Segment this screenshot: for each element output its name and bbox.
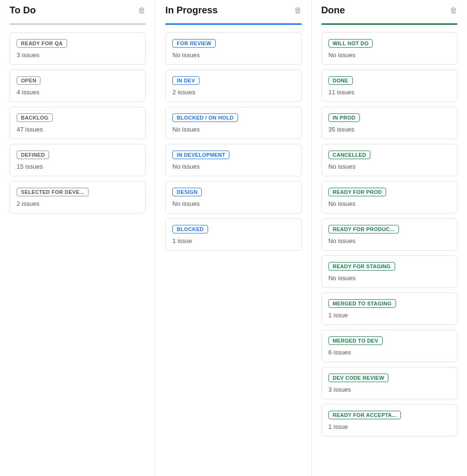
issue-count: 1 issue bbox=[328, 423, 450, 430]
status-card[interactable]: MERGED TO DEV6 issues bbox=[321, 330, 457, 362]
status-badge: WILL NOT DO bbox=[328, 39, 373, 48]
issue-count: No issues bbox=[328, 163, 450, 170]
status-badge: BLOCKED / ON HOLD bbox=[172, 113, 238, 122]
status-card[interactable]: FOR REVIEWNo issues bbox=[165, 32, 301, 65]
issue-count: No issues bbox=[172, 163, 294, 170]
status-badge: DESIGN bbox=[172, 188, 202, 196]
issue-count: 4 issues bbox=[17, 89, 139, 96]
status-card[interactable]: WILL NOT DONo issues bbox=[321, 32, 457, 65]
issue-count: 2 issues bbox=[172, 89, 294, 96]
issue-count: 3 issues bbox=[328, 386, 450, 393]
status-card[interactable]: BLOCKED1 issue bbox=[165, 218, 301, 251]
status-card[interactable]: IN DEV2 issues bbox=[165, 70, 301, 102]
status-badge: CANCELLED bbox=[328, 151, 371, 159]
delete-column-icon[interactable]: 🗑 bbox=[294, 6, 302, 15]
status-card[interactable]: READY FOR PRODNo issues bbox=[321, 181, 457, 213]
status-badge: FOR REVIEW bbox=[172, 39, 216, 48]
status-badge: READY FOR PROD bbox=[328, 188, 387, 196]
status-card[interactable]: READY FOR QA3 issues bbox=[10, 32, 146, 65]
column-todo: To Do🗑READY FOR QA3 issuesOPEN4 issuesBA… bbox=[0, 0, 156, 476]
status-badge: MERGED TO DEV bbox=[328, 336, 383, 345]
column-header-done: Done🗑 bbox=[321, 5, 457, 18]
board: To Do🗑READY FOR QA3 issuesOPEN4 issuesBA… bbox=[0, 0, 467, 476]
issue-count: No issues bbox=[328, 274, 450, 282]
status-card[interactable]: READY FOR PRODUC...No issues bbox=[321, 218, 457, 251]
status-card[interactable]: MERGED TO STAGING1 issue bbox=[321, 293, 457, 325]
issue-count: No issues bbox=[328, 237, 450, 244]
column-divider-inprogress bbox=[165, 23, 301, 25]
column-divider-todo bbox=[10, 23, 146, 25]
status-card[interactable]: READY FOR ACCEPTA...1 issue bbox=[321, 404, 457, 436]
status-card[interactable]: DONE11 issues bbox=[321, 70, 457, 102]
issue-count: 3 issues bbox=[17, 51, 139, 59]
issue-count: No issues bbox=[328, 200, 450, 207]
status-badge: DEV CODE REVIEW bbox=[328, 374, 388, 382]
status-card[interactable]: OPEN4 issues bbox=[10, 70, 146, 102]
column-done: Done🗑WILL NOT DONo issuesDONE11 issuesIN… bbox=[312, 0, 467, 476]
status-card[interactable]: DEFINED15 issues bbox=[10, 144, 146, 176]
column-divider-done bbox=[321, 23, 457, 25]
issue-count: No issues bbox=[172, 126, 294, 133]
column-header-inprogress: In Progress🗑 bbox=[165, 5, 301, 18]
status-card[interactable]: IN PROD35 issues bbox=[321, 107, 457, 139]
issue-count: 6 issues bbox=[328, 349, 450, 356]
status-card[interactable]: CANCELLEDNo issues bbox=[321, 144, 457, 176]
status-card[interactable]: READY FOR STAGINGNo issues bbox=[321, 255, 457, 288]
status-card[interactable]: BACKLOG47 issues bbox=[10, 107, 146, 139]
column-header-todo: To Do🗑 bbox=[10, 5, 146, 18]
status-badge: READY FOR QA bbox=[17, 39, 67, 48]
issue-count: No issues bbox=[172, 200, 294, 207]
issue-count: No issues bbox=[172, 51, 294, 59]
issue-count: 1 issue bbox=[172, 237, 294, 244]
status-badge: DONE bbox=[328, 76, 353, 85]
column-inprogress: In Progress🗑FOR REVIEWNo issuesIN DEV2 i… bbox=[156, 0, 311, 476]
status-badge: OPEN bbox=[17, 76, 40, 85]
issue-count: 47 issues bbox=[17, 126, 139, 133]
delete-column-icon[interactable]: 🗑 bbox=[450, 6, 457, 15]
status-badge: DEFINED bbox=[17, 151, 49, 159]
issue-count: No issues bbox=[328, 51, 450, 59]
status-badge: READY FOR STAGING bbox=[328, 262, 395, 271]
status-card[interactable]: SELECTED FOR DEVE...2 issues bbox=[10, 181, 146, 213]
issue-count: 1 issue bbox=[328, 312, 450, 319]
status-card[interactable]: BLOCKED / ON HOLDNo issues bbox=[165, 107, 301, 139]
column-title-inprogress: In Progress bbox=[165, 5, 218, 16]
status-badge: IN DEV bbox=[172, 76, 199, 85]
status-badge: MERGED TO STAGING bbox=[328, 299, 396, 308]
status-card[interactable]: DEV CODE REVIEW3 issues bbox=[321, 367, 457, 399]
issue-count: 2 issues bbox=[17, 200, 139, 207]
issue-count: 11 issues bbox=[328, 89, 450, 96]
status-card[interactable]: IN DEVELOPMENTNo issues bbox=[165, 144, 301, 176]
status-badge: SELECTED FOR DEVE... bbox=[17, 188, 89, 196]
status-badge: IN PROD bbox=[328, 113, 360, 122]
delete-column-icon[interactable]: 🗑 bbox=[138, 6, 146, 15]
status-badge: BACKLOG bbox=[17, 113, 53, 122]
status-badge: READY FOR PRODUC... bbox=[328, 225, 399, 233]
status-badge: BLOCKED bbox=[172, 225, 208, 233]
status-badge: READY FOR ACCEPTA... bbox=[328, 411, 401, 419]
status-card[interactable]: DESIGNNo issues bbox=[165, 181, 301, 213]
status-badge: IN DEVELOPMENT bbox=[172, 151, 229, 159]
issue-count: 15 issues bbox=[17, 163, 139, 170]
column-title-todo: To Do bbox=[10, 5, 36, 16]
issue-count: 35 issues bbox=[328, 126, 450, 133]
column-title-done: Done bbox=[321, 5, 345, 16]
